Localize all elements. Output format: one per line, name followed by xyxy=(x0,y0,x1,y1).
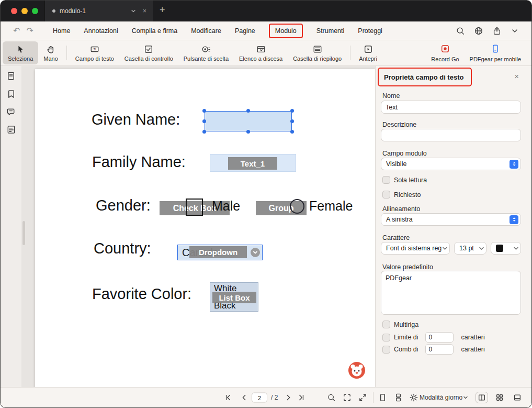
grid-view-button[interactable] xyxy=(495,393,504,402)
first-page-button[interactable] xyxy=(224,393,233,402)
page-number-input[interactable] xyxy=(252,393,267,403)
main-content: Given Name: Family Name: Text_1 Gender: xyxy=(1,66,531,387)
globe-icon[interactable] xyxy=(474,26,483,36)
limite-di-input[interactable] xyxy=(425,332,454,343)
allineamento-select[interactable]: A sinistra xyxy=(381,213,521,226)
zoom-window-button[interactable] xyxy=(32,8,38,14)
casella-di-riepilogo-button[interactable]: Casella di riepilogo xyxy=(288,41,347,64)
tab-strumenti[interactable]: Strumenti xyxy=(316,25,345,37)
pdf-page[interactable]: Given Name: Family Name: Text_1 Gender: xyxy=(35,69,375,387)
search-icon[interactable] xyxy=(456,26,465,36)
nome-input[interactable] xyxy=(381,101,521,114)
dropdown-chevron-icon[interactable] xyxy=(251,248,260,257)
descrizione-input[interactable] xyxy=(381,129,521,141)
resize-handle[interactable] xyxy=(202,109,206,113)
single-page-view-icon[interactable] xyxy=(378,393,387,402)
last-page-button[interactable] xyxy=(297,393,305,402)
continuous-view-icon[interactable] xyxy=(394,393,403,402)
pdfgear-mobile-button[interactable]: PDFgear per mobile xyxy=(465,41,526,64)
split-view-button[interactable] xyxy=(513,393,522,402)
valore-predefinito-textarea[interactable]: PDFgear xyxy=(381,271,521,315)
campo-di-testo-button[interactable]: TI Campo di testo xyxy=(70,41,119,64)
record-go-button[interactable]: Record Go xyxy=(426,41,464,64)
day-mode-label[interactable]: Modalità giorno xyxy=(420,394,462,401)
tab-home[interactable]: Home xyxy=(53,25,70,37)
panel-drag-handle[interactable] xyxy=(22,221,25,245)
comb-di-input[interactable] xyxy=(425,344,454,355)
next-page-button[interactable] xyxy=(284,393,292,402)
document-tab[interactable]: modulo-1 × xyxy=(44,1,153,21)
font-color-select[interactable] xyxy=(491,242,521,255)
font-family-select[interactable]: Font di sistema reg xyxy=(381,242,450,255)
limite-di-checkbox[interactable] xyxy=(382,334,390,341)
traffic-lights xyxy=(11,8,38,14)
tab-modificare[interactable]: Modificare xyxy=(191,25,221,37)
family-name-label: Family Name: xyxy=(92,153,186,171)
comb-di-checkbox[interactable] xyxy=(382,346,390,354)
resize-handle[interactable] xyxy=(290,130,294,134)
sola-lettura-checkbox[interactable]: Sola lettura xyxy=(382,176,427,184)
tab-close-icon[interactable]: × xyxy=(143,7,146,15)
elenco-a-discesa-button[interactable]: Elenco a discesa xyxy=(234,41,288,64)
comb-di-label: Comb di xyxy=(394,346,418,353)
thumbnails-icon[interactable] xyxy=(6,71,16,81)
favorite-color-list-box[interactable]: White Black List Box xyxy=(210,282,258,312)
new-tab-button[interactable]: + xyxy=(160,5,165,16)
color-swatch-black xyxy=(496,245,503,252)
fit-page-icon[interactable] xyxy=(343,393,352,402)
fullscreen-icon[interactable] xyxy=(358,393,367,402)
comb-di-checkbox-row: Comb di caratteri xyxy=(382,344,485,355)
tab-modulo[interactable]: Modulo xyxy=(269,24,303,38)
resize-handle[interactable] xyxy=(202,119,206,123)
gender-male-checkbox[interactable] xyxy=(186,199,203,216)
bookmark-icon[interactable] xyxy=(6,89,16,99)
tab-annotazioni[interactable]: Annotazioni xyxy=(84,25,118,37)
comments-icon[interactable] xyxy=(6,107,16,117)
share-icon[interactable] xyxy=(492,26,502,36)
day-mode-chevron-icon[interactable] xyxy=(463,395,468,400)
seleziona-button[interactable]: Seleziona xyxy=(3,41,38,64)
minimize-window-button[interactable] xyxy=(21,8,28,14)
font-size-select[interactable]: 13 pt xyxy=(454,242,486,255)
tab-compila-e-firma[interactable]: Compila e firma xyxy=(132,25,178,37)
previous-page-button[interactable] xyxy=(240,393,248,402)
tab-proteggi[interactable]: Proteggi xyxy=(358,25,382,37)
pdfgear-assistant-mascot[interactable] xyxy=(348,361,366,379)
redo-icon[interactable]: ↷ xyxy=(26,26,33,36)
multiriga-checkbox[interactable]: Multiriga xyxy=(382,321,418,328)
resize-handle[interactable] xyxy=(290,109,294,113)
tab-pagine[interactable]: Pagine xyxy=(235,25,255,37)
anteprima-button[interactable]: Antepri xyxy=(354,41,382,64)
resize-handle[interactable] xyxy=(246,130,250,134)
document-area[interactable]: Given Name: Family Name: Text_1 Gender: xyxy=(21,66,375,387)
tab-chevron-down-icon[interactable] xyxy=(130,8,137,14)
resize-handle[interactable] xyxy=(202,130,206,134)
close-icon[interactable]: × xyxy=(514,72,519,81)
campo-modulo-select[interactable]: Visibile xyxy=(381,158,521,170)
casella-di-controllo-button[interactable]: Casella di controllo xyxy=(119,41,178,64)
hand-icon xyxy=(46,45,55,54)
chevron-down-icon[interactable] xyxy=(511,27,519,35)
undo-icon[interactable]: ↶ xyxy=(13,26,20,36)
left-sidebar-rail xyxy=(1,66,21,387)
resize-handle[interactable] xyxy=(246,109,250,113)
anteprima-label: Antepri xyxy=(359,56,377,62)
zoom-icon[interactable] xyxy=(327,393,336,402)
pulsante-di-scelta-button[interactable]: Pulsante di scelta xyxy=(178,41,234,64)
close-window-button[interactable] xyxy=(11,8,17,14)
mano-button[interactable]: Mano xyxy=(38,41,63,64)
toolbar-divider xyxy=(66,46,67,60)
gender-female-radio[interactable] xyxy=(290,199,304,214)
statusbar-divider xyxy=(373,392,373,403)
family-name-text-field[interactable]: Text_1 xyxy=(210,154,296,172)
resize-handle[interactable] xyxy=(290,119,294,123)
form-annotations-icon[interactable] xyxy=(6,125,16,135)
given-name-text-field[interactable] xyxy=(205,111,292,131)
richiesto-checkbox[interactable]: Richiesto xyxy=(382,191,421,199)
multiriga-label: Multiriga xyxy=(394,321,418,328)
limite-di-checkbox-row: Limite di caratteri xyxy=(382,332,485,343)
reading-layout-button[interactable] xyxy=(476,392,488,403)
comb-caratteri-label: caratteri xyxy=(461,346,485,353)
country-dropdown-field[interactable]: Canada Dropdown xyxy=(177,245,263,260)
nome-label: Nome xyxy=(382,92,400,100)
